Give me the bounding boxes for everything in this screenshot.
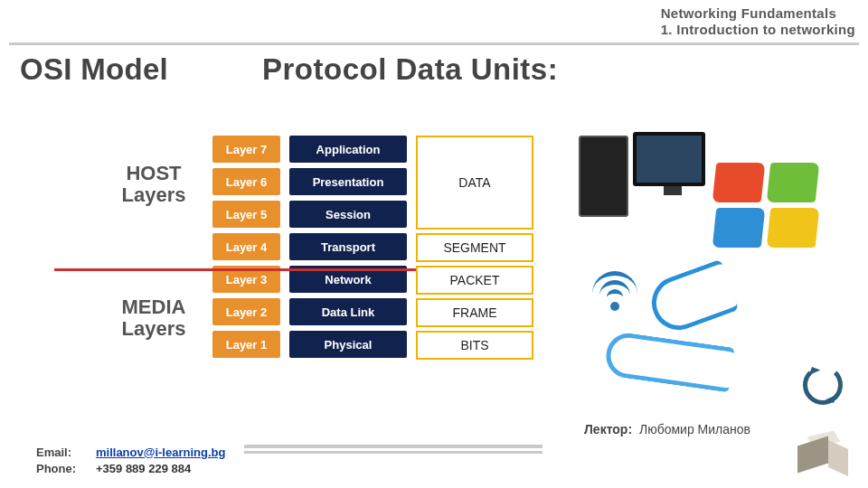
chapter-title: 1. Introduction to networking xyxy=(661,22,855,38)
media-layers-label: MEDIA Layers xyxy=(108,296,199,340)
wifi-icon xyxy=(588,271,642,325)
host-layers-label: HOST Layers xyxy=(108,163,199,206)
footer-divider xyxy=(244,451,542,454)
layer4-number: Layer 4 xyxy=(212,233,280,260)
layer-name-column: Application Presentation Session Transpo… xyxy=(289,136,407,363)
illustration-area xyxy=(579,127,832,389)
lecturer-label: Лектор: xyxy=(584,422,632,436)
layer1-name: Physical xyxy=(289,331,407,358)
layer1-number: Layer 1 xyxy=(212,331,280,358)
host-media-divider xyxy=(54,268,421,271)
lecturer-line: Лектор: Любомир Миланов xyxy=(584,423,750,436)
ethernet-cable-icon xyxy=(644,258,739,337)
layer6-number: Layer 6 xyxy=(212,168,280,195)
ethernet-cable-icon xyxy=(603,331,735,393)
monitor-icon xyxy=(633,132,705,186)
contact-block: Email: millanov@i-learning.bg Phone: +35… xyxy=(36,445,225,477)
pdu-data: DATA xyxy=(416,136,533,230)
layer7-number: Layer 7 xyxy=(212,136,280,163)
pdu-frame: FRAME xyxy=(416,298,533,327)
footer-divider xyxy=(244,445,542,448)
layer2-name: Data Link xyxy=(289,298,407,325)
layer6-name: Presentation xyxy=(289,168,407,195)
layer-number-column: Layer 7 Layer 6 Layer 5 Layer 4 Layer 3 … xyxy=(212,136,280,363)
layer2-number: Layer 2 xyxy=(212,298,280,325)
company-logo-icon xyxy=(797,432,848,475)
page-title: OSI Model xyxy=(20,54,168,84)
pdu-packet: PACKET xyxy=(416,266,533,295)
pdu-segment: SEGMENT xyxy=(416,233,533,262)
layer5-name: Session xyxy=(289,201,407,228)
layer5-number: Layer 5 xyxy=(212,201,280,228)
pdu-column: DATA SEGMENT PACKET FRAME BITS xyxy=(416,136,533,363)
layer7-name: Application xyxy=(289,136,407,163)
email-label: Email: xyxy=(36,445,89,461)
subtitle: Protocol Data Units: xyxy=(262,54,558,84)
phone-label: Phone: xyxy=(36,461,89,477)
windows-flag-icon xyxy=(714,163,823,253)
header-divider xyxy=(9,42,859,45)
phone-value: +359 889 229 884 xyxy=(96,461,225,477)
slide-header: Networking Fundamentals 1. Introduction … xyxy=(661,5,855,38)
lecturer-name: Любомир Миланов xyxy=(639,422,750,436)
arrows-loop-icon xyxy=(803,365,843,405)
pdu-bits: BITS xyxy=(416,331,533,360)
email-link[interactable]: millanov@i-learning.bg xyxy=(96,445,225,461)
desktop-tower-icon xyxy=(579,136,628,217)
course-title: Networking Fundamentals xyxy=(661,5,855,22)
layer4-name: Transport xyxy=(289,233,407,260)
